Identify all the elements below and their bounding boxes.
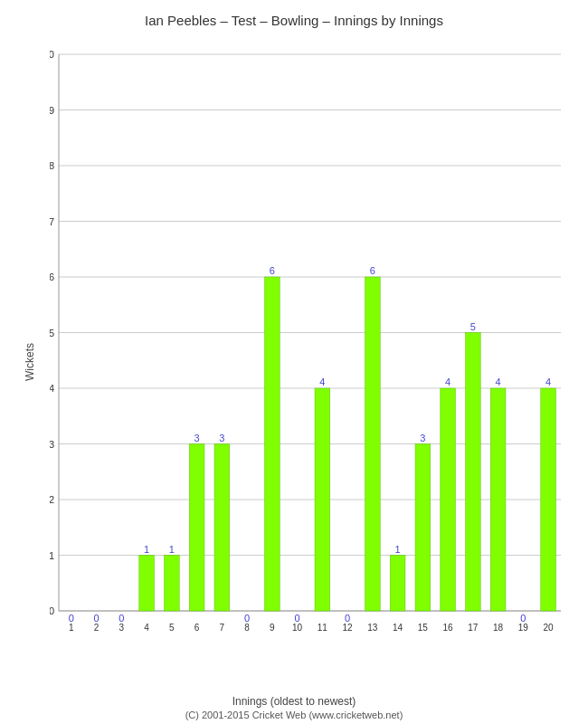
svg-text:8: 8 [50,160,54,171]
svg-rect-66 [466,333,481,612]
chart-title: Ian Peebles – Test – Bowling – Innings b… [0,0,588,33]
svg-text:4: 4 [545,376,551,387]
svg-text:4: 4 [496,376,501,387]
svg-text:19: 19 [518,623,529,633]
svg-text:3: 3 [420,433,425,443]
svg-text:7: 7 [50,216,54,227]
svg-text:4: 4 [319,376,325,387]
svg-text:18: 18 [493,623,504,633]
svg-text:5: 5 [470,321,476,332]
svg-text:9: 9 [270,623,275,633]
chart-area: 0123456789100102031415363708690104110126… [50,41,570,638]
svg-text:4: 4 [144,623,149,633]
svg-text:1: 1 [69,623,74,633]
svg-text:1: 1 [144,544,149,555]
svg-text:13: 13 [367,623,378,633]
x-axis-label: Innings (oldest to newest) [0,695,588,708]
svg-text:1: 1 [395,544,401,555]
svg-rect-74 [541,388,556,611]
svg-text:15: 15 [418,623,429,633]
svg-text:4: 4 [445,376,450,387]
svg-text:12: 12 [343,623,354,633]
svg-text:3: 3 [194,433,200,443]
svg-text:10: 10 [292,623,303,633]
footer-text: (C) 2001-2015 Cricket Web (www.cricketwe… [0,710,588,720]
svg-text:20: 20 [544,623,555,633]
svg-rect-33 [165,556,180,612]
svg-text:11: 11 [318,623,328,633]
svg-rect-54 [365,277,381,611]
svg-text:9: 9 [50,105,54,116]
svg-text:3: 3 [219,433,224,443]
chart-svg: 0123456789100102031415363708690104110126… [50,41,570,638]
svg-rect-30 [139,556,155,612]
svg-text:17: 17 [468,623,479,633]
svg-text:5: 5 [50,328,54,338]
svg-text:1: 1 [169,544,175,555]
svg-rect-49 [315,388,330,611]
svg-text:0: 0 [50,605,54,616]
svg-text:3: 3 [119,623,125,633]
svg-rect-63 [441,388,456,611]
svg-text:6: 6 [270,265,275,276]
svg-text:5: 5 [169,623,175,633]
chart-container: Ian Peebles – Test – Bowling – Innings b… [0,0,588,724]
svg-text:6: 6 [370,265,375,276]
svg-rect-39 [214,444,230,612]
svg-text:8: 8 [244,623,250,633]
svg-text:14: 14 [393,623,403,633]
svg-rect-69 [490,388,506,611]
svg-rect-36 [189,444,204,612]
svg-text:10: 10 [50,49,54,60]
svg-text:6: 6 [50,272,54,282]
svg-rect-57 [390,556,405,612]
svg-rect-44 [265,277,280,611]
svg-text:1: 1 [50,550,54,561]
svg-text:3: 3 [50,439,54,450]
y-axis-label: Wickets [24,343,36,381]
svg-text:7: 7 [220,623,225,633]
svg-text:2: 2 [94,623,100,633]
svg-text:2: 2 [50,494,54,505]
svg-text:4: 4 [50,383,54,394]
svg-text:16: 16 [443,623,454,633]
svg-text:6: 6 [194,623,200,633]
svg-rect-60 [415,444,431,612]
